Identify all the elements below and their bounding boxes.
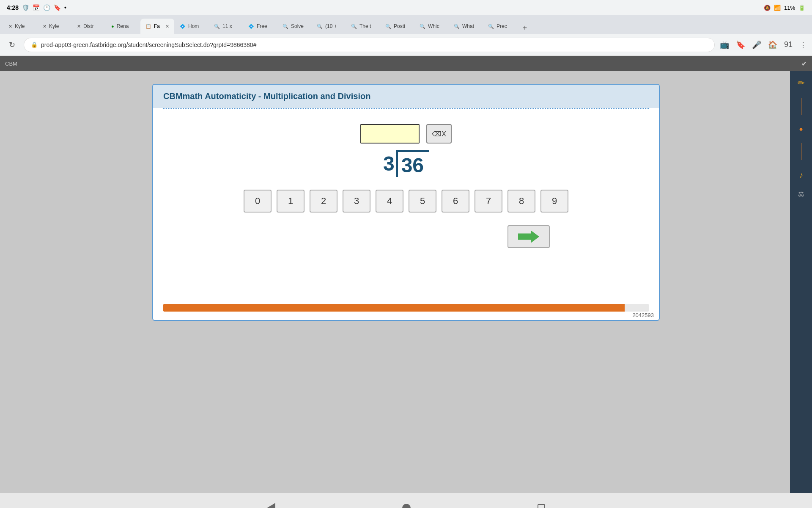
tab-rena[interactable]: ● Rena	[106, 19, 140, 34]
battery-icon: 🔋	[798, 5, 805, 11]
tab-label-kyle1: Kyle	[15, 23, 25, 29]
progress-bar-container	[163, 304, 649, 312]
tab-fa-active[interactable]: 📋 Fa ✕	[140, 19, 174, 34]
tab-label-hom: Hom	[188, 23, 199, 29]
number-button-7[interactable]: 7	[475, 190, 502, 213]
refresh-button[interactable]: ↻	[5, 38, 19, 52]
tab-favicon-distr: ✕	[77, 24, 81, 29]
browser-chrome: 4:28 🛡️ 📅 🕐 🔖 • 🔕 📶 11% 🔋 ✕ Kyle ✕ Kyle …	[0, 0, 812, 56]
tab-close-fa[interactable]: ✕	[165, 24, 169, 29]
arrow-right-icon	[518, 230, 539, 243]
tab-favicon-10plus: 🔍	[317, 24, 323, 29]
tab-10plus[interactable]: 🔍 (10 +	[312, 19, 346, 34]
cbm-header-text: CBM	[5, 61, 17, 67]
division-bracket: 36	[396, 150, 429, 177]
home-icon[interactable]: 🏠	[768, 40, 777, 50]
mark-icon-header: ✔	[801, 60, 807, 68]
number-buttons: 0 1 2 3 4 5 6 7 8 9	[244, 190, 568, 213]
tab-favicon-11x: 🔍	[214, 24, 220, 29]
tab-favicon-rena: ●	[111, 24, 114, 29]
modal-title: CBMmath Automaticity - Multiplication an…	[163, 91, 370, 101]
modal-header: CBMmath Automaticity - Multiplication an…	[153, 85, 659, 108]
tab-thet[interactable]: 🔍 The t	[346, 19, 380, 34]
number-button-5[interactable]: 5	[409, 190, 436, 213]
side-panel: ✏ ● ♪ ⚖	[790, 71, 812, 493]
menu-icon[interactable]: ⋮	[799, 40, 807, 50]
pencil-icon[interactable]: ✏	[798, 78, 805, 88]
android-nav-bar	[0, 493, 812, 508]
modal-body: ⌫X 3 36 0 1 2 3 4 5 6 7 8 9	[153, 109, 659, 269]
tab-label-kyle2: Kyle	[49, 23, 59, 29]
number-button-1[interactable]: 1	[277, 190, 304, 213]
number-button-9[interactable]: 9	[540, 190, 568, 213]
cast-icon[interactable]: 📺	[720, 40, 729, 50]
mute-icon: 🔕	[764, 5, 771, 11]
tab-favicon-whic: 🔍	[420, 24, 425, 29]
equalizer-icon[interactable]: ⚖	[798, 190, 804, 198]
tab-favicon-what: 🔍	[454, 24, 460, 29]
time-display: 4:28	[7, 4, 19, 11]
tab-kyle-2[interactable]: ✕ Kyle	[38, 19, 71, 34]
dot-icon: •	[64, 4, 66, 11]
tab-label-11x: 11 x	[222, 23, 232, 29]
extensions-icon[interactable]: 91	[784, 40, 793, 49]
backspace-icon: ⌫X	[432, 130, 446, 138]
app-modal: CBMmath Automaticity - Multiplication an…	[152, 84, 660, 321]
tab-what[interactable]: 🔍 What	[449, 19, 483, 34]
side-divider-1	[801, 98, 801, 115]
tab-favicon-hom: 💠	[180, 24, 186, 29]
tab-label-free: Free	[257, 23, 267, 29]
tab-free[interactable]: 💠 Free	[243, 19, 277, 34]
backspace-button[interactable]: ⌫X	[426, 124, 452, 144]
next-button[interactable]	[508, 225, 550, 248]
tab-solve[interactable]: 🔍 Solve	[277, 19, 311, 34]
tab-label-fa: Fa	[154, 23, 160, 29]
tab-favicon-solve: 🔍	[283, 24, 288, 29]
wifi-icon: 📶	[774, 5, 781, 11]
tab-posti[interactable]: 🔍 Posti	[380, 19, 414, 34]
tab-hom[interactable]: 💠 Hom	[175, 19, 208, 34]
side-divider-2	[801, 143, 801, 160]
tab-11x[interactable]: 🔍 11 x	[209, 19, 243, 34]
number-button-4[interactable]: 4	[376, 190, 403, 213]
dividend: 36	[401, 154, 424, 177]
tab-bar: ✕ Kyle ✕ Kyle ✕ Distr ● Rena 📋 Fa ✕ 💠 Ho…	[0, 15, 812, 34]
bookmark-icon[interactable]: 🔖	[736, 40, 745, 50]
home-button[interactable]	[402, 504, 411, 508]
tab-distr[interactable]: ✕ Distr	[72, 19, 106, 34]
tab-label-thet: The t	[359, 23, 371, 29]
tab-label-10plus: (10 +	[325, 23, 337, 29]
number-button-0[interactable]: 0	[244, 190, 272, 213]
tab-whic[interactable]: 🔍 Whic	[414, 19, 448, 34]
number-button-8[interactable]: 8	[508, 190, 535, 213]
tab-label-prec: Prec	[497, 23, 507, 29]
main-content: CBMmath Automaticity - Multiplication an…	[0, 71, 812, 493]
tab-prec[interactable]: 🔍 Prec	[483, 19, 517, 34]
tab-favicon-free: 💠	[248, 24, 254, 29]
clock-icon: 🕐	[43, 4, 50, 11]
tab-label-solve: Solve	[291, 23, 304, 29]
number-button-3[interactable]: 3	[343, 190, 370, 213]
mic-icon[interactable]: 🎤	[752, 40, 761, 50]
tab-kyle-1[interactable]: ✕ Kyle	[3, 19, 37, 34]
progress-fill	[163, 304, 625, 312]
tab-label-rena: Rena	[117, 23, 129, 29]
url-bar[interactable]: 🔒 prod-app03-green.fastbridge.org/studen…	[24, 38, 715, 52]
back-button[interactable]	[267, 503, 275, 508]
number-button-6[interactable]: 6	[442, 190, 469, 213]
tab-favicon-fa: 📋	[145, 24, 151, 29]
cbm-header-bar: CBM ✔	[0, 56, 812, 71]
next-button-container	[262, 225, 550, 248]
answer-area: ⌫X	[360, 124, 452, 144]
tab-label-whic: Whic	[428, 23, 439, 29]
music-icon[interactable]: ♪	[799, 170, 803, 180]
tag-icon: 🔖	[54, 4, 61, 11]
answer-input[interactable]	[360, 124, 420, 144]
shield-icon: 🛡️	[22, 4, 29, 11]
division-problem: 3 36	[383, 150, 429, 177]
dot-side-icon[interactable]: ●	[799, 125, 803, 133]
recents-button[interactable]	[538, 504, 545, 508]
tab-favicon-kyle1: ✕	[8, 24, 12, 29]
new-tab-button[interactable]: +	[519, 22, 531, 34]
number-button-2[interactable]: 2	[310, 190, 337, 213]
